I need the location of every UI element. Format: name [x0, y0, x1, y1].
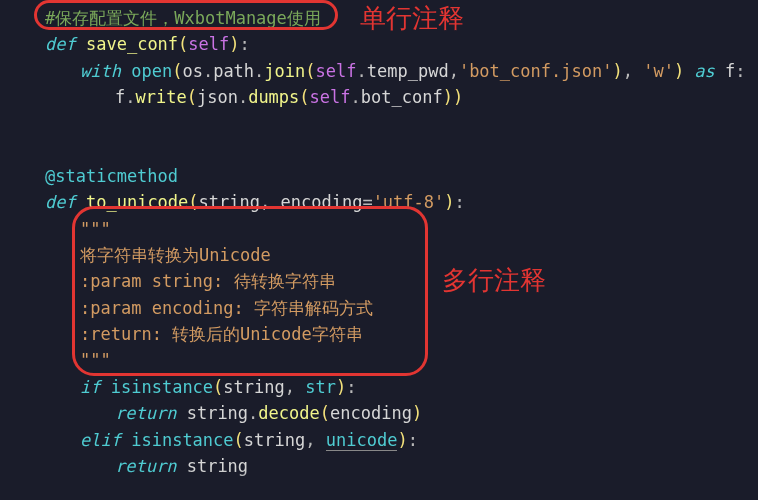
paren: ) — [444, 192, 454, 212]
paren: ( — [188, 192, 198, 212]
kw-with: with — [80, 61, 121, 81]
dot: . — [254, 61, 264, 81]
docstring-open: """ — [0, 216, 758, 242]
kw-self: self — [316, 61, 357, 81]
docstring-close: """ — [0, 347, 758, 373]
kw-return: return — [115, 403, 176, 423]
docstring-line: :return: 转换后的Unicode字符串 — [0, 321, 758, 347]
docstring-text: :param encoding: 字符串解码方式 — [80, 298, 373, 318]
comma: , — [305, 430, 325, 450]
paren: ) — [229, 34, 239, 54]
paren: ( — [213, 377, 223, 397]
method-dumps: dumps — [248, 87, 299, 107]
param: encoding — [280, 192, 362, 212]
func-name: to_unicode — [86, 192, 188, 212]
colon: : — [346, 377, 356, 397]
dot: . — [238, 87, 248, 107]
code-editor: 单行注释 多行注释 #保存配置文件，WxbotManage使用 def save… — [0, 0, 758, 479]
paren: ) — [443, 87, 453, 107]
paren: ( — [299, 87, 309, 107]
docstring-line: :param encoding: 字符串解码方式 — [0, 295, 758, 321]
comma: , — [260, 192, 280, 212]
colon: : — [408, 430, 418, 450]
bottom-fade — [0, 470, 758, 500]
paren: ) — [336, 377, 346, 397]
comma: , — [449, 61, 459, 81]
kw-as: as — [684, 61, 725, 81]
dot: . — [125, 87, 135, 107]
method-write: write — [136, 87, 187, 107]
equals: = — [362, 192, 372, 212]
param: string — [199, 192, 260, 212]
kw-elif: elif — [80, 430, 121, 450]
colon: : — [455, 192, 465, 212]
ident-bot-conf: bot_conf — [361, 87, 443, 107]
ident-path: path — [213, 61, 254, 81]
paren: ( — [178, 34, 188, 54]
paren: ) — [612, 61, 622, 81]
builtin-unicode: unicode — [326, 430, 398, 451]
comma: , — [623, 61, 643, 81]
string-literal: 'utf-8' — [373, 192, 445, 212]
kw-def: def — [45, 192, 76, 212]
kw-def: def — [45, 34, 76, 54]
kw-if: if — [80, 377, 100, 397]
param-self: self — [188, 34, 229, 54]
colon: : — [240, 34, 250, 54]
comment-text: #保存配置文件，WxbotManage使用 — [45, 8, 321, 28]
docstring-quotes: """ — [80, 350, 111, 370]
method-join: join — [264, 61, 305, 81]
paren: ) — [674, 61, 684, 81]
paren: ) — [453, 87, 463, 107]
ident-f: f — [115, 87, 125, 107]
dot: . — [203, 61, 213, 81]
code-line-fwrite: f.write(json.dumps(self.bot_conf)) — [0, 84, 758, 110]
code-line-if: if isinstance(string, str): — [0, 374, 758, 400]
paren: ) — [397, 430, 407, 450]
ident: string — [244, 430, 305, 450]
annotation-single: 单行注释 — [360, 0, 464, 38]
code-line-def-to-unicode: def to_unicode(string, encoding='utf-8')… — [0, 189, 758, 215]
string-literal: 'w' — [643, 61, 674, 81]
string-literal: 'bot_conf.json' — [459, 61, 613, 81]
docstring-text: :param string: 待转换字符串 — [80, 271, 336, 291]
code-line-return1: return string.decode(encoding) — [0, 400, 758, 426]
builtin-isinstance: isinstance — [111, 377, 213, 397]
dot: . — [357, 61, 367, 81]
paren: ( — [187, 87, 197, 107]
kw-self: self — [310, 87, 351, 107]
annotation-multi: 多行注释 — [442, 260, 546, 300]
func-name: save_conf — [86, 34, 178, 54]
paren: ) — [412, 403, 422, 423]
builtin-isinstance: isinstance — [131, 430, 233, 450]
builtin-open: open — [131, 61, 172, 81]
ident-os: os — [182, 61, 202, 81]
paren: ( — [305, 61, 315, 81]
paren: ( — [320, 403, 330, 423]
builtin-str: str — [305, 377, 336, 397]
docstring-text: :return: 转换后的Unicode字符串 — [80, 324, 363, 344]
ident: string — [187, 403, 248, 423]
comma: , — [285, 377, 305, 397]
dot: . — [248, 403, 258, 423]
ident-f: f — [725, 61, 735, 81]
ident-temp-pwd: temp_pwd — [367, 61, 449, 81]
docstring-text: 将字符串转换为Unicode — [80, 245, 271, 265]
code-line-decorator: @staticmethod — [0, 163, 758, 189]
docstring-line: 将字符串转换为Unicode — [0, 242, 758, 268]
dot: . — [351, 87, 361, 107]
paren: ( — [172, 61, 182, 81]
docstring-quotes: """ — [80, 219, 111, 239]
paren: ( — [234, 430, 244, 450]
ident: string — [223, 377, 284, 397]
decorator: @staticmethod — [45, 166, 178, 186]
method-decode: decode — [258, 403, 319, 423]
ident: encoding — [330, 403, 412, 423]
ident-json: json — [197, 87, 238, 107]
code-line-elif: elif isinstance(string, unicode): — [0, 427, 758, 453]
docstring-line: :param string: 待转换字符串 — [0, 268, 758, 294]
colon: : — [735, 61, 745, 81]
code-line-with-open: with open(os.path.join(self.temp_pwd,'bo… — [0, 58, 758, 84]
